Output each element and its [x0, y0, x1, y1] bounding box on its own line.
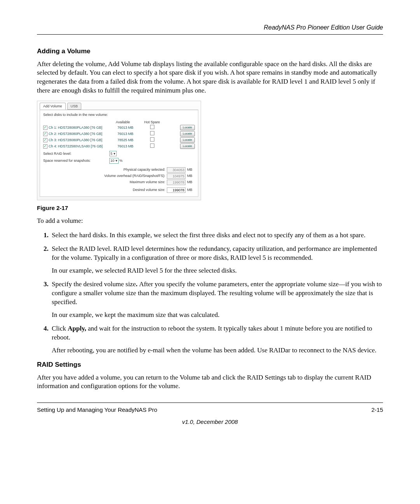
add-volume-steps: Select the hard disks. In this example, … [37, 231, 383, 355]
step-3: Specify the desired volume size. After y… [50, 280, 383, 320]
figure-2-17: Add Volume USB Select disks to include i… [37, 101, 383, 200]
raid-level-label: Select RAID level: [43, 151, 109, 156]
footer-page-number: 2-15 [371, 406, 383, 414]
to-add-volume-intro: To add a volume: [37, 217, 383, 226]
step-1: Select the hard disks. In this example, … [50, 231, 383, 240]
raid-level-select[interactable]: 5 ▾ [109, 151, 117, 156]
disk-checkbox[interactable] [43, 126, 47, 130]
disk-checkbox[interactable] [43, 144, 47, 149]
col-available: Available [109, 120, 136, 124]
footer-version: v1.0, December 2008 [37, 418, 383, 426]
hotspare-checkbox[interactable] [150, 137, 154, 142]
footer-rule [37, 402, 383, 403]
locate-button[interactable]: Locate [180, 144, 195, 149]
hotspare-checkbox[interactable] [150, 144, 154, 148]
hotspare-checkbox[interactable] [150, 125, 154, 129]
max-vol-label: Maximum volume size: [130, 180, 165, 185]
disk-row: Ch 2: HDS728080PLA380 [76 GB] 76013 MB L… [43, 131, 195, 137]
step-4: Click Apply, and wait for the instructio… [50, 324, 383, 355]
overhead-label: Volume overhead (RAID/Snapshot/FS): [104, 173, 165, 179]
disk-checkbox[interactable] [43, 132, 47, 136]
header-rule [37, 34, 383, 35]
locate-button[interactable]: Locate [180, 125, 195, 130]
disk-row: Ch 1: HDS728080PLA380 [76 GB] 76013 MB L… [43, 124, 195, 131]
disk-checkbox[interactable] [43, 138, 47, 142]
page-header-title: ReadyNAS Pro Pioneer Edition User Guide [37, 23, 383, 32]
disk-row: Ch 3: HDS728080PLA380 [76 GB] 78525 MB L… [43, 137, 195, 143]
tab-usb[interactable]: USB [67, 103, 82, 110]
figure-caption: Figure 2-17 [37, 204, 383, 212]
phys-cap-label: Physical capacity selected: [123, 167, 165, 173]
footer-left: Setting Up and Managing Your ReadyNAS Pr… [37, 406, 157, 414]
locate-button[interactable]: Locate [180, 137, 195, 143]
add-volume-panel: Add Volume USB Select disks to include i… [37, 101, 201, 200]
para-adding-volume: After deleting the volume, Add Volume ta… [37, 60, 383, 96]
phys-cap-value: 304053 [167, 167, 186, 173]
snapshot-space-select[interactable]: 10 ▾ [109, 158, 119, 163]
locate-button[interactable]: Locate [180, 131, 195, 136]
col-hotspare: Hot Spare [136, 120, 168, 124]
hotspare-checkbox[interactable] [150, 131, 154, 135]
para-raid-settings: After you have added a volume, you can r… [37, 373, 383, 391]
disk-row: Ch 4: HDS722580VLSA80 [76 GB] 76013 MB L… [43, 143, 195, 149]
snapshot-space-label: Space reserved for snapshots: [43, 158, 109, 163]
heading-raid-settings: RAID Settings [37, 360, 383, 369]
desired-vol-input[interactable]: 199078 [167, 187, 186, 193]
overhead-value: 104975 [167, 173, 186, 179]
disk-select-instruction: Select disks to include in the new volum… [43, 112, 195, 117]
step-2: Select the RAID level. RAID level determ… [50, 245, 383, 275]
heading-adding-volume: Adding a Volume [37, 47, 383, 56]
tab-add-volume[interactable]: Add Volume [40, 103, 66, 110]
desired-vol-label: Desired volume size: [133, 187, 165, 193]
max-vol-value: 199078 [167, 180, 186, 185]
